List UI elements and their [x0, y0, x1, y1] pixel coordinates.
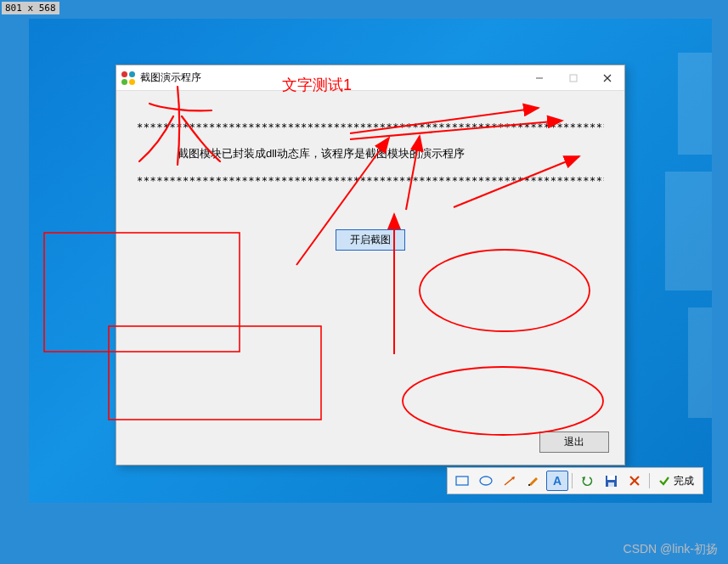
svg-rect-5: [456, 477, 468, 485]
separator-top: ****************************************…: [137, 121, 604, 133]
tool-rectangle[interactable]: [451, 471, 473, 491]
svg-point-6: [480, 477, 492, 485]
description-text: 截图模块已封装成dll动态库，该程序是截图模块的演示程序: [178, 145, 500, 163]
tool-complete[interactable]: 完成: [653, 474, 699, 488]
svg-rect-12: [607, 476, 615, 480]
watermark: CSDN @link-初扬: [624, 542, 718, 557]
check-icon: [658, 475, 670, 487]
close-button[interactable]: [590, 65, 624, 91]
demo-dialog: 截图演示程序 *********************************…: [116, 65, 625, 465]
separator-bottom: ****************************************…: [137, 175, 604, 187]
tool-pen[interactable]: [522, 471, 545, 491]
tool-save[interactable]: [600, 471, 622, 491]
dialog-body: ****************************************…: [116, 91, 624, 465]
titlebar: 截图演示程序: [116, 65, 624, 91]
exit-button[interactable]: 退出: [539, 431, 609, 453]
tool-ellipse[interactable]: [475, 471, 497, 491]
svg-rect-13: [608, 482, 614, 487]
app-icon: [121, 71, 135, 85]
text-annotation: 文字测试1: [282, 75, 352, 95]
tool-cancel[interactable]: [624, 471, 646, 491]
dimension-badge: 801 x 568: [2, 2, 59, 14]
complete-label: 完成: [674, 474, 694, 488]
tool-undo[interactable]: [576, 471, 598, 491]
dialog-title: 截图演示程序: [140, 70, 201, 85]
start-capture-button[interactable]: 开启截图: [336, 229, 405, 251]
tool-text[interactable]: A: [546, 471, 568, 491]
maximize-button[interactable]: [556, 65, 590, 91]
svg-rect-1: [570, 75, 577, 82]
desktop-capture-area: 截图演示程序 *********************************…: [29, 19, 712, 503]
minimize-button[interactable]: [522, 65, 556, 91]
screenshot-toolbar: A 完成: [447, 467, 703, 494]
svg-rect-9: [528, 484, 530, 486]
tool-arrow[interactable]: [499, 471, 521, 491]
